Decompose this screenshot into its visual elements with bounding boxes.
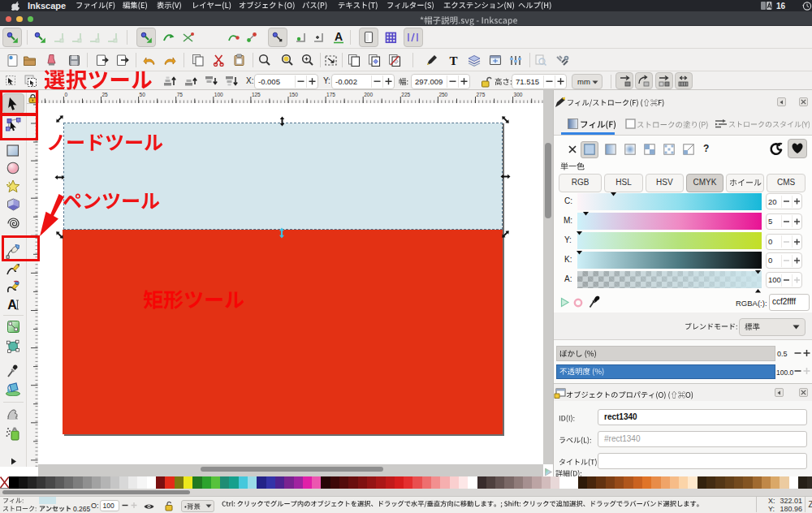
svg-text:A: A [7, 298, 17, 312]
